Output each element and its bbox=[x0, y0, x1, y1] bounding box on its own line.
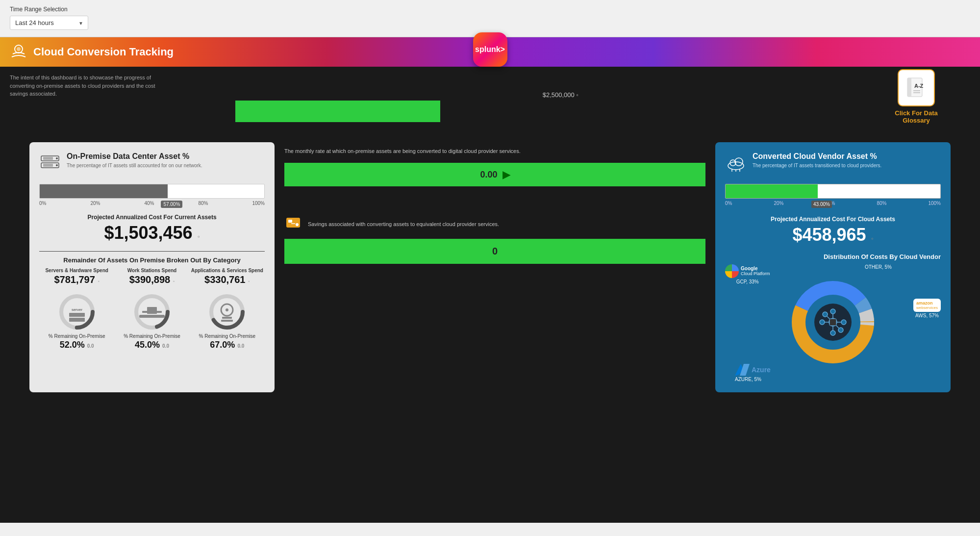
circle-gauge-svg-3 bbox=[207, 292, 247, 332]
svg-point-49 bbox=[841, 320, 846, 325]
circle-gauge-1-label: % Remaining On-Premise bbox=[49, 333, 105, 339]
savings-value-bar: 0 bbox=[284, 239, 705, 264]
conversion-arrow: ▶ bbox=[503, 169, 510, 180]
circle-gauge-workstations: % Remaining On-Premise 45.0% 0.0 bbox=[116, 292, 187, 350]
donut-chart-svg bbox=[789, 278, 877, 366]
svg-rect-21 bbox=[139, 315, 165, 318]
cloud-icon bbox=[725, 152, 747, 178]
svg-rect-17 bbox=[69, 318, 85, 322]
svg-text:A-Z: A-Z bbox=[914, 83, 924, 89]
cloud-cost-label: Projected Annualized Cost For Cloud Asse… bbox=[725, 216, 941, 223]
aws-percent: AWS, 57% bbox=[915, 313, 939, 318]
cloud-subtitle: The percentage of IT assets transitioned… bbox=[753, 163, 881, 168]
breakdown-title: Remainder Of Assets On Premise Broken Ou… bbox=[39, 256, 265, 264]
breakdown-apps: Applications & Services Spend $330,761 ◦ bbox=[190, 268, 264, 285]
svg-rect-30 bbox=[288, 220, 292, 223]
conversion-rate-bar: 0.00 ▶ bbox=[284, 163, 705, 186]
donut-title: Distribution Of Costs By Cloud Vendor bbox=[725, 253, 941, 260]
circle-gauge-1-value: 52.0% 0.0 bbox=[60, 340, 94, 350]
cloud-gauge-fill bbox=[726, 184, 818, 198]
svg-point-26 bbox=[226, 308, 228, 311]
cloud-cost-section: Projected Annualized Cost For Cloud Asse… bbox=[725, 216, 941, 245]
circle-gauge-2-label: % Remaining On-Premise bbox=[124, 333, 180, 339]
budget-bar-fill bbox=[235, 101, 440, 122]
splunk-logo: splunk> bbox=[473, 32, 507, 67]
cloud-card-header: Converted Cloud Vendor Asset % The perce… bbox=[725, 152, 941, 178]
circle-gauges: server % Remaining On-Premise 52.0% 0.0 bbox=[39, 292, 265, 350]
on-premise-icon bbox=[39, 152, 61, 178]
svg-rect-58 bbox=[829, 319, 836, 326]
donut-section: Distribution Of Costs By Cloud Vendor Go… bbox=[725, 253, 941, 382]
donut-chart-container bbox=[789, 278, 877, 368]
svg-point-51 bbox=[838, 328, 843, 332]
time-range-label: Time Range Selection bbox=[10, 6, 970, 13]
gcp-icon bbox=[725, 264, 739, 278]
svg-point-47 bbox=[830, 331, 835, 335]
cloud-gauge-labels: 0% 20% 40% 43.00% 80% 100% bbox=[725, 201, 941, 206]
on-premise-gauge-track bbox=[39, 184, 265, 199]
cloud-header-text: Converted Cloud Vendor Asset % The perce… bbox=[753, 152, 881, 168]
azure-vendor-label: Azure AZURE, 5% bbox=[735, 364, 771, 382]
on-premise-cost-value: $1,503,456 ◦ bbox=[39, 223, 265, 243]
circle-gauge-svg-2 bbox=[132, 292, 172, 332]
conversion-rate-text: The monthly rate at which on-premise ass… bbox=[284, 147, 705, 155]
top-bar: Time Range Selection Last 24 hours Last … bbox=[0, 0, 980, 37]
banner-title: Cloud Conversion Tracking bbox=[33, 46, 174, 58]
svg-rect-22 bbox=[147, 307, 157, 314]
breakdown-row: Servers & Hardware Spend $781,797 ◦ Work… bbox=[39, 268, 265, 285]
on-premise-gauge-fill bbox=[40, 184, 168, 198]
svg-point-46 bbox=[830, 309, 835, 314]
svg-point-10 bbox=[56, 164, 58, 166]
servers-value: $781,797 ◦ bbox=[40, 274, 114, 285]
svg-rect-16 bbox=[69, 313, 85, 317]
savings-icon bbox=[284, 214, 302, 235]
svg-rect-29 bbox=[286, 218, 300, 228]
cards-row: On-Premise Data Center Asset % The perce… bbox=[0, 132, 980, 402]
header-banner: Cloud Conversion Tracking splunk> bbox=[0, 37, 980, 67]
cloud-card: Converted Cloud Vendor Asset % The perce… bbox=[715, 142, 951, 392]
circle-gauge-svg-1: server bbox=[57, 292, 97, 332]
breakdown-workstations: Work Stations Spend $390,898 ◦ bbox=[115, 268, 189, 285]
middle-section: The monthly rate at which on-premise ass… bbox=[275, 142, 715, 392]
conversion-rate-value: 0.00 bbox=[480, 170, 497, 180]
gcp-percent: GCP, 33% bbox=[736, 279, 759, 284]
budget-label: $2,500,000 ◦ bbox=[235, 91, 588, 99]
on-premise-card-header: On-Premise Data Center Asset % The perce… bbox=[39, 152, 265, 178]
time-range-select[interactable]: Last 24 hours Last 7 days Last 30 days C… bbox=[10, 16, 88, 30]
circle-gauge-servers: server % Remaining On-Premise 52.0% 0.0 bbox=[41, 292, 112, 350]
azure-icon bbox=[735, 364, 750, 376]
svg-rect-3 bbox=[907, 78, 911, 97]
divider bbox=[39, 251, 265, 252]
on-premise-header-text: On-Premise Data Center Asset % The perce… bbox=[67, 152, 202, 168]
circle-gauge-3-label: % Remaining On-Premise bbox=[199, 333, 256, 339]
cloud-gauge-track bbox=[725, 184, 941, 199]
svg-rect-11 bbox=[43, 157, 53, 160]
on-premise-cost-label: Projected Annualized Cost For Current As… bbox=[39, 214, 265, 221]
donut-wrapper: Google Cloud Platform GCP, 33% amazon we… bbox=[725, 264, 941, 382]
savings-value: 0 bbox=[492, 246, 498, 256]
svg-point-9 bbox=[56, 157, 58, 159]
glossary-button[interactable]: A-Z Click For Data Glossary bbox=[882, 69, 951, 124]
apps-label: Applications & Services Spend bbox=[190, 268, 264, 273]
on-premise-card: On-Premise Data Center Asset % The perce… bbox=[29, 142, 275, 392]
svg-point-1 bbox=[17, 47, 21, 51]
svg-point-31 bbox=[296, 223, 299, 226]
glossary-icon: A-Z bbox=[898, 69, 935, 106]
servers-label: Servers & Hardware Spend bbox=[40, 268, 114, 273]
main-content: Cloud Conversion Tracking splunk> The in… bbox=[0, 37, 980, 523]
aws-vendor-label: amazon webservices AWS, 57% bbox=[913, 299, 941, 318]
savings-text: Savings associated with converting asset… bbox=[308, 221, 499, 228]
budget-section: $2,500,000 ◦ bbox=[235, 91, 588, 122]
azure-percent: AZURE, 5% bbox=[735, 377, 771, 382]
workstations-label: Work Stations Spend bbox=[115, 268, 189, 273]
budget-bar-container bbox=[235, 101, 588, 122]
breakdown-servers: Servers & Hardware Spend $781,797 ◦ bbox=[40, 268, 114, 285]
time-range-wrapper[interactable]: Last 24 hours Last 7 days Last 30 days C… bbox=[10, 16, 88, 30]
on-premise-gauge-labels: 0% 20% 40% 57.00% 80% 100% bbox=[39, 201, 265, 206]
cloud-gauge: 0% 20% 40% 43.00% 80% 100% bbox=[725, 184, 941, 206]
gcp-vendor-label: Google Cloud Platform GCP, 33% bbox=[725, 264, 770, 284]
on-premise-subtitle: The percentage of IT assets still accoun… bbox=[67, 163, 202, 168]
glossary-svg-icon: A-Z bbox=[905, 76, 928, 100]
svg-rect-27 bbox=[222, 317, 232, 319]
glossary-label: Click For Data Glossary bbox=[882, 109, 951, 124]
